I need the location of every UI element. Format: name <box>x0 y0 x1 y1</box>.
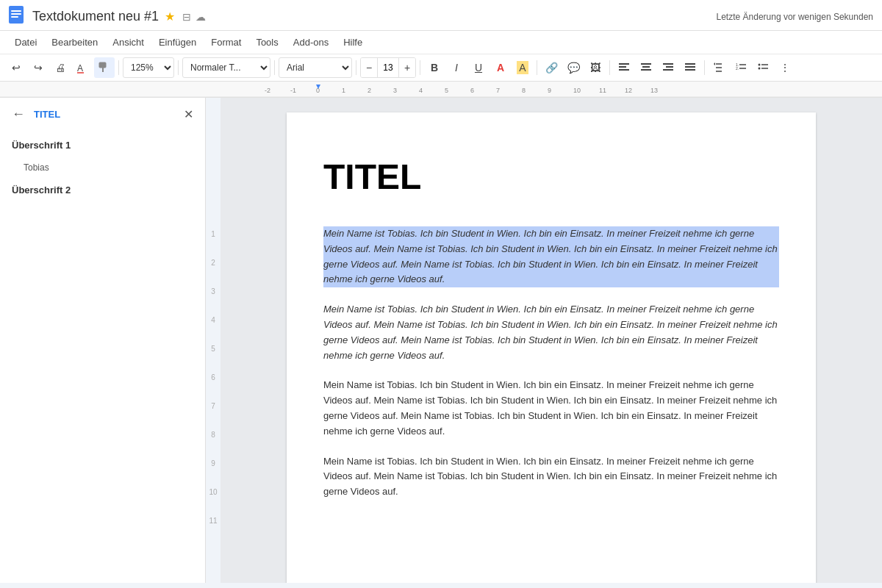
svg-rect-18 <box>685 66 695 68</box>
print-button[interactable]: 🖨 <box>50 57 71 78</box>
align-right-button[interactable] <box>658 57 678 78</box>
menu-ansicht[interactable]: Ansicht <box>107 34 150 51</box>
svg-rect-14 <box>663 63 673 65</box>
outline-item-tobias[interactable]: Tobias <box>0 157 205 179</box>
svg-rect-10 <box>619 69 629 71</box>
svg-rect-1 <box>11 10 21 12</box>
svg-text:2: 2 <box>368 87 371 94</box>
toolbar: ↩ ↪ 🖨 A Format übertragen 125% 100% 150%… <box>0 54 882 82</box>
svg-text:-2: -2 <box>265 87 270 94</box>
menu-einfuegen[interactable]: Einfügen <box>153 34 202 51</box>
cloud-icon[interactable]: ☁ <box>196 11 206 23</box>
svg-rect-11 <box>641 63 651 65</box>
zoom-select[interactable]: 125% 100% 150% <box>123 57 174 78</box>
align-left-button[interactable] <box>614 57 634 78</box>
text-color-button[interactable]: A <box>490 57 511 78</box>
menu-format[interactable]: Format <box>205 34 247 51</box>
line-spacing-button[interactable] <box>709 57 729 78</box>
main-area: ← TITEL ✕ Überschrift 1 Tobias Überschri… <box>0 98 882 583</box>
spellcheck-button[interactable]: A <box>72 57 93 78</box>
ruler: -2 -1 0 1 2 3 4 5 6 7 8 9 10 11 12 13 <box>0 82 882 98</box>
italic-button[interactable]: I <box>446 57 467 78</box>
svg-text:6: 6 <box>470 87 474 94</box>
svg-rect-3 <box>11 16 18 18</box>
svg-text:11: 11 <box>599 87 606 94</box>
back-button[interactable]: ← <box>12 107 25 122</box>
separator-6 <box>537 60 537 75</box>
svg-rect-19 <box>685 69 695 71</box>
document-area[interactable]: TITEL Mein Name ist Tobias. Ich bin Stud… <box>220 98 882 583</box>
separator-3 <box>274 60 275 75</box>
format-paint-button[interactable]: Format übertragen <box>94 57 115 78</box>
underline-button[interactable]: U <box>468 57 489 78</box>
paragraph-2[interactable]: Mein Name ist Tobias. Ich bin Student in… <box>323 302 779 363</box>
svg-text:13: 13 <box>650 87 658 94</box>
svg-text:-1: -1 <box>290 87 296 94</box>
sidebar-header: ← TITEL ✕ <box>0 98 205 131</box>
highlight-button[interactable]: A <box>512 57 533 78</box>
svg-text:8: 8 <box>522 87 526 94</box>
document-title[interactable]: Textdokument neu #1 <box>32 9 159 24</box>
paragraph-1[interactable]: Mein Name ist Tobias. Ich bin Student in… <box>323 226 779 287</box>
ordered-list-button[interactable]: 1.2. <box>731 57 751 78</box>
outline-item-heading1[interactable]: Überschrift 1 <box>0 134 205 157</box>
svg-rect-2 <box>11 13 21 15</box>
justify-button[interactable] <box>680 57 700 78</box>
outline-item-heading2[interactable]: Überschrift 2 <box>0 179 205 201</box>
redo-button[interactable]: ↪ <box>28 57 49 78</box>
image-button[interactable]: 🖼 <box>585 57 606 78</box>
unordered-list-button[interactable] <box>753 57 773 78</box>
paragraph-4[interactable]: Mein Name ist Tobias. Ich bin Student in… <box>323 454 779 500</box>
svg-point-28 <box>759 64 761 66</box>
svg-rect-15 <box>666 66 673 68</box>
separator-4 <box>356 60 356 75</box>
separator-1 <box>118 60 119 75</box>
title-bar: Textdokument neu #1 ★ ⊟ ☁ Letzte Änderun… <box>0 0 882 31</box>
menu-tools[interactable]: Tools <box>250 34 284 51</box>
svg-text:A: A <box>77 63 83 74</box>
document-title-text: TITEL <box>323 157 779 197</box>
svg-text:2.: 2. <box>736 66 739 71</box>
sidebar-title: TITEL <box>34 109 175 120</box>
font-size-decrease[interactable]: − <box>361 57 377 78</box>
menu-addons[interactable]: Add-ons <box>287 34 334 51</box>
undo-button[interactable]: ↩ <box>6 57 26 78</box>
svg-rect-6 <box>99 62 106 68</box>
svg-text:4: 4 <box>419 87 423 94</box>
outline-items: Überschrift 1 Tobias Überschrift 2 <box>0 131 205 204</box>
font-select[interactable]: Arial Times New Roman Georgia <box>279 57 352 78</box>
document-outline: ← TITEL ✕ Überschrift 1 Tobias Überschri… <box>0 98 206 583</box>
star-icon[interactable]: ★ <box>165 10 175 24</box>
close-sidebar-button[interactable]: ✕ <box>184 107 193 121</box>
font-size-increase[interactable]: + <box>399 57 415 78</box>
font-size-control[interactable]: − + <box>360 57 416 78</box>
svg-text:5: 5 <box>445 87 448 94</box>
svg-text:7: 7 <box>496 87 500 94</box>
style-select[interactable]: Normaler T... Überschrift 1 Überschrift … <box>182 57 270 78</box>
page-numbers: 1 2 3 4 5 6 7 8 9 10 11 <box>206 98 220 583</box>
align-center-button[interactable] <box>636 57 656 78</box>
svg-text:1: 1 <box>342 87 345 94</box>
menu-datei[interactable]: Datei <box>9 34 43 51</box>
svg-rect-17 <box>685 63 695 65</box>
bold-button[interactable]: B <box>424 57 445 78</box>
more-options-button[interactable]: ⋮ <box>775 57 795 78</box>
comment-button[interactable]: 💬 <box>563 57 584 78</box>
font-size-input[interactable] <box>377 57 399 78</box>
svg-rect-12 <box>642 66 650 68</box>
svg-text:3: 3 <box>393 87 397 94</box>
separator-8 <box>704 60 705 75</box>
drive-icons: ⊟ ☁ <box>182 11 206 23</box>
separator-5 <box>420 60 420 75</box>
link-button[interactable]: 🔗 <box>541 57 562 78</box>
document-page[interactable]: TITEL Mein Name ist Tobias. Ich bin Stud… <box>287 112 816 583</box>
save-status: Letzte Änderung vor wenigen Sekunden <box>717 12 874 22</box>
menu-bearbeiten[interactable]: Bearbeiten <box>46 34 104 51</box>
docs-icon <box>9 6 24 27</box>
svg-rect-32 <box>0 82 882 98</box>
paragraph-3[interactable]: Mein Name ist Tobias. Ich bin Student in… <box>323 378 779 439</box>
menu-hilfe[interactable]: Hilfe <box>337 34 368 51</box>
folder-icon[interactable]: ⊟ <box>182 11 191 23</box>
svg-text:9: 9 <box>548 87 551 94</box>
separator-2 <box>178 60 179 75</box>
